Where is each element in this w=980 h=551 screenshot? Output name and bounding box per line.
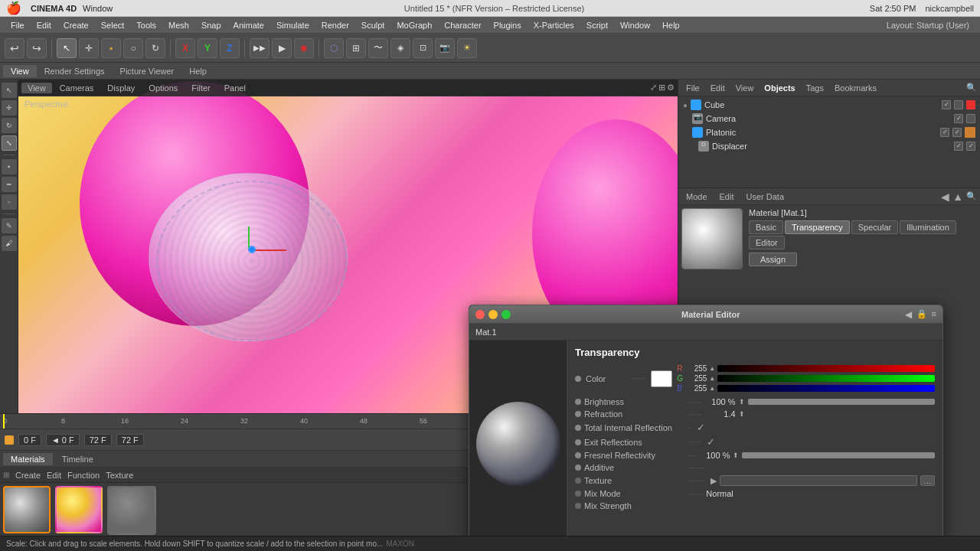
displacer-vis-cb[interactable]: ✓ bbox=[954, 142, 963, 151]
materials-tab[interactable]: Materials bbox=[3, 453, 53, 465]
menu-script[interactable]: Script bbox=[580, 21, 614, 30]
menu-character[interactable]: Character bbox=[438, 21, 487, 30]
tool-sphere[interactable]: ○ bbox=[123, 38, 143, 58]
tool-light[interactable]: ☀ bbox=[457, 38, 477, 58]
texture-slot[interactable] bbox=[720, 475, 917, 486]
layout-tab-render-settings[interactable]: Render Settings bbox=[37, 65, 113, 77]
tool-cube2[interactable]: ⬡ bbox=[324, 38, 344, 58]
color-swatch[interactable] bbox=[651, 370, 672, 387]
texture-browse[interactable]: ... bbox=[920, 475, 935, 486]
b-slider[interactable] bbox=[717, 385, 935, 392]
scene-tab-objects[interactable]: Objects bbox=[760, 83, 799, 93]
brightness-stepper[interactable]: ⬆ bbox=[739, 398, 745, 406]
scene-obj-camera[interactable]: 📷 Camera ✓ bbox=[680, 112, 978, 126]
tool-undo[interactable]: ↩ bbox=[5, 38, 24, 58]
tool-deform[interactable]: ⊡ bbox=[413, 38, 433, 58]
start-frame[interactable]: ◄ 0 F bbox=[46, 434, 80, 446]
r-slider[interactable] bbox=[717, 365, 935, 372]
mat-editor-lock[interactable]: 🔒 bbox=[916, 309, 927, 320]
r-stepper-up[interactable]: ▲ bbox=[709, 366, 715, 372]
vp-layout[interactable]: ⊞ bbox=[658, 83, 665, 93]
sidebar-scale-tool[interactable]: ⤡ bbox=[2, 135, 17, 151]
vp-tab-filter[interactable]: Filter bbox=[185, 83, 216, 93]
sidebar-points[interactable]: • bbox=[2, 159, 17, 174]
vp-expand[interactable]: ⤢ bbox=[650, 83, 657, 93]
assign-button[interactable]: Assign bbox=[749, 253, 797, 266]
win-minimize-button[interactable] bbox=[488, 310, 498, 319]
tool-keyframe[interactable]: ▶▶ bbox=[250, 38, 270, 58]
cube-render-cb[interactable] bbox=[954, 100, 963, 109]
scene-obj-cube[interactable]: ● Cube ✓ bbox=[680, 98, 978, 112]
tool-spline[interactable]: 〜 bbox=[368, 38, 388, 58]
scene-tab-bookmarks[interactable]: Bookmarks bbox=[830, 83, 881, 93]
sidebar-polys[interactable]: ▫ bbox=[2, 194, 17, 210]
end-frame-display[interactable]: 72 F bbox=[84, 434, 112, 446]
sidebar-select-tool[interactable]: ↖ bbox=[2, 83, 17, 98]
sidebar-move-tool[interactable]: ✛ bbox=[2, 100, 17, 116]
mat-props-user-data[interactable]: User Data bbox=[742, 192, 789, 201]
brightness-slider[interactable] bbox=[748, 399, 935, 405]
vp-tab-view[interactable]: View bbox=[21, 83, 52, 93]
menu-sculpt[interactable]: Sculpt bbox=[355, 21, 391, 30]
scene-tab-tags[interactable]: Tags bbox=[802, 83, 828, 93]
menu-edit[interactable]: Edit bbox=[31, 21, 57, 30]
layout-tab-view[interactable]: View bbox=[3, 65, 37, 77]
tool-grid[interactable]: ⊞ bbox=[346, 38, 366, 58]
vp-settings[interactable]: ⚙ bbox=[667, 83, 675, 93]
apple-menu[interactable]: 🍎 bbox=[6, 1, 21, 15]
mat-tab-basic[interactable]: Basic bbox=[749, 220, 783, 234]
menu-render[interactable]: Render bbox=[315, 21, 355, 30]
mat-tab-transparency[interactable]: Transparency bbox=[785, 220, 850, 234]
mat-props-nav-left[interactable]: ◀ bbox=[941, 191, 949, 203]
menu-mograph[interactable]: MoGraph bbox=[390, 21, 438, 30]
menu-create[interactable]: Create bbox=[57, 21, 95, 30]
camera-render-cb[interactable] bbox=[966, 114, 975, 123]
mat-edit[interactable]: Edit bbox=[47, 471, 61, 480]
win-maximize-button[interactable] bbox=[501, 310, 511, 319]
tool-cursor[interactable]: ↖ bbox=[57, 38, 77, 58]
scene-tab-view[interactable]: View bbox=[731, 83, 759, 93]
menu-tools[interactable]: Tools bbox=[130, 21, 162, 30]
cube-vis-cb[interactable]: ✓ bbox=[942, 100, 951, 109]
mat-function[interactable]: Function bbox=[67, 471, 100, 480]
g-slider[interactable] bbox=[717, 375, 935, 382]
scene-search[interactable]: 🔍 bbox=[966, 83, 977, 93]
tool-record[interactable]: ⏺ bbox=[294, 38, 314, 58]
scene-obj-displacer[interactable]: D Displacer ✓ ✓ bbox=[680, 139, 978, 153]
mat-tab-editor[interactable]: Editor bbox=[749, 236, 785, 249]
refraction-stepper[interactable]: ⬆ bbox=[739, 410, 745, 418]
menu-window[interactable]: Window bbox=[614, 21, 656, 30]
mat-create[interactable]: Create bbox=[15, 471, 41, 480]
transform-gizmo[interactable] bbox=[240, 249, 256, 265]
window-menu[interactable]: Window bbox=[83, 4, 113, 13]
mat-editor-titlebar[interactable]: Material Editor ◀ 🔒 ≡ bbox=[469, 305, 942, 324]
tool-play[interactable]: ▶ bbox=[272, 38, 292, 58]
mixmode-value[interactable]: Normal bbox=[706, 489, 733, 498]
fresnel-stepper[interactable]: ⬆ bbox=[733, 452, 739, 459]
timeline-tab[interactable]: Timeline bbox=[54, 453, 101, 465]
brightness-value[interactable]: 100 % bbox=[705, 397, 736, 406]
tool-nurbs[interactable]: ◈ bbox=[390, 38, 410, 58]
app-name[interactable]: CINEMA 4D bbox=[31, 4, 77, 13]
mat-props-mode[interactable]: Mode bbox=[681, 192, 712, 201]
scene-obj-platonic[interactable]: Platonic ✓ ✓ bbox=[680, 126, 978, 139]
texture-load[interactable]: ▶ bbox=[710, 476, 717, 486]
platonic-vis-cb[interactable]: ✓ bbox=[940, 128, 949, 137]
mat-editor-back[interactable]: ◀ bbox=[905, 309, 912, 320]
scene-tab-file[interactable]: File bbox=[681, 83, 704, 93]
menu-file[interactable]: File bbox=[5, 21, 31, 30]
displacer-render-cb[interactable]: ✓ bbox=[966, 142, 975, 151]
camera-vis-cb[interactable]: ✓ bbox=[954, 114, 963, 123]
material-item-mat1[interactable]: Mat.1 bbox=[3, 486, 52, 536]
mat-preview-sphere[interactable] bbox=[681, 208, 743, 269]
sidebar-edges[interactable]: ━ bbox=[2, 177, 17, 192]
current-frame[interactable]: 0 F bbox=[18, 434, 41, 446]
layout-tab-help[interactable]: Help bbox=[181, 65, 214, 77]
menu-xparticles[interactable]: X-Particles bbox=[528, 21, 580, 30]
sidebar-rotate-tool[interactable]: ↻ bbox=[2, 118, 17, 133]
fresnel-slider[interactable] bbox=[742, 452, 935, 458]
mat-props-edit[interactable]: Edit bbox=[715, 192, 739, 201]
mat-texture[interactable]: Texture bbox=[106, 471, 133, 480]
menu-help[interactable]: Help bbox=[656, 21, 686, 30]
tool-cube[interactable]: ▪ bbox=[101, 38, 121, 58]
